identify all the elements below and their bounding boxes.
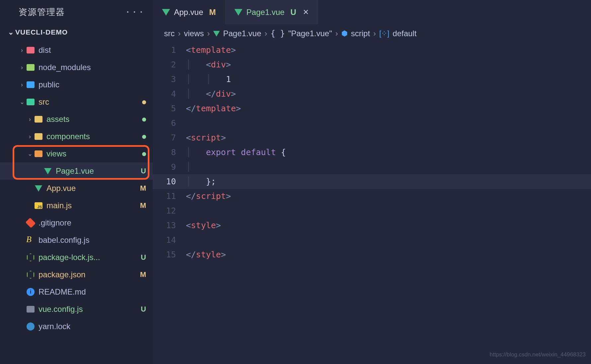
code-editor[interactable]: 1 <template> 2 │ <div> 3 │ │ 1 4 │ </div… [153,43,591,364]
line-number: 5 [153,101,186,116]
tree-label: Page1.vue [56,166,94,176]
code-line[interactable]: 6 [153,116,591,131]
code-line[interactable]: 15 </style> [153,247,591,262]
breadcrumb-item[interactable]: "Page1.vue" [288,29,332,38]
vue-icon [162,9,170,16]
more-icon[interactable]: · · · [127,7,143,17]
tree-folder-src[interactable]: ⌄ src [0,93,153,111]
vue-icon [213,31,220,37]
tree-label: README.md [39,287,86,297]
folder-icon [26,97,35,107]
line-number: 8 [153,145,186,160]
tree-folder-public[interactable]: › public [0,76,153,93]
folder-icon [26,46,35,55]
tree-label: vue.config.js [39,305,83,314]
tree-file-pkglock[interactable]: package-lock.js... U [0,249,153,266]
tree-file-babel[interactable]: B babel.config.js [0,231,153,249]
chevron-down-icon: ⌄ [18,98,26,106]
module-icon: ⬢ [341,29,348,38]
tree-file-app[interactable]: App.vue M [0,180,153,197]
code-line[interactable]: 8 │ export default { [153,145,591,160]
project-row[interactable]: ⌄ VUECLI-DEMO [0,24,153,40]
tree-label: package.json [39,270,85,279]
code-line[interactable]: 7 <script> [153,131,591,145]
tab-page1-vue[interactable]: Page1.vue U ✕ [225,0,318,24]
tree-folder-assets[interactable]: › assets [0,111,153,128]
breadcrumb-item[interactable]: src [164,29,175,38]
close-icon[interactable]: ✕ [303,8,309,17]
braces-icon: { } [271,29,285,38]
code-line[interactable]: 12 [153,204,591,218]
status-badge: M [140,270,146,279]
breadcrumb-item[interactable]: script [351,29,370,38]
chevron-right-icon: › [207,29,210,38]
yarn-icon [26,322,35,331]
tab-title: App.vue [174,8,203,17]
tab-title: Page1.vue [246,8,285,17]
tree-file-pkg[interactable]: package.json M [0,266,153,283]
code-line[interactable]: 1 <template> [153,43,591,57]
code-line-active[interactable]: 10 │ }; [153,174,591,189]
tree-label: .gitignore [39,218,71,228]
tree-label: src [39,97,49,107]
tree-label: package-lock.js... [39,253,100,262]
status-badge: U [141,167,146,175]
chevron-down-icon: ⌄ [26,150,34,157]
line-number: 10 [153,174,186,189]
breadcrumb-item[interactable]: views [184,29,204,38]
line-number: 7 [153,131,186,145]
line-number: 12 [153,204,186,218]
code-line[interactable]: 14 [153,233,591,247]
status-badge: M [140,201,146,210]
code-line[interactable]: 3 │ │ 1 [153,72,591,87]
tree-label: babel.config.js [39,235,89,245]
tree-folder-dist[interactable]: › dist [0,42,153,59]
file-tree: › dist › node_modules › public ⌄ src › a… [0,40,153,335]
chevron-right-icon: › [26,133,34,140]
babel-icon: B [26,235,35,245]
tree-file-vuecfg[interactable]: vue.config.js U [0,301,153,318]
line-number: 4 [153,87,186,101]
chevron-right-icon: › [178,29,181,38]
tree-file-readme[interactable]: i README.md [0,283,153,301]
tree-label: components [46,132,90,141]
tree-file-gitignore[interactable]: .gitignore [0,214,153,231]
tree-folder-components[interactable]: › components [0,128,153,145]
tree-label: dist [39,46,51,55]
md-icon [26,305,35,314]
node-icon [26,253,35,262]
code-line[interactable]: 9 │ [153,160,591,174]
status-dot-icon [142,115,146,124]
tabs-bar: App.vue M Page1.vue U ✕ [153,0,591,24]
breadcrumb-item[interactable]: Page1.vue [223,29,261,38]
line-number: 9 [153,160,186,174]
folder-icon [34,132,43,141]
chevron-right-icon: › [26,116,34,123]
code-line[interactable]: 2 │ <div> [153,57,591,72]
folder-icon [26,80,35,89]
chevron-right-icon: › [335,29,338,38]
tree-label: assets [46,115,69,124]
tree-folder-views[interactable]: ⌄ views [0,145,153,162]
status-badge: M [209,8,216,17]
explorer-header: 资源管理器 · · · [0,0,153,24]
tree-file-page1[interactable]: Page1.vue U [0,162,153,180]
code-line[interactable]: 5 </template> [153,101,591,116]
tree-folder-node-modules[interactable]: › node_modules [0,59,153,76]
tree-label: node_modules [39,63,91,72]
code-line[interactable]: 11 </script> [153,189,591,204]
code-line[interactable]: 13 <style> [153,218,591,233]
tree-file-mainjs[interactable]: JS main.js M [0,197,153,214]
code-line[interactable]: 4 │ </div> [153,87,591,101]
tree-file-yarn[interactable]: yarn.lock [0,318,153,335]
breadcrumb-item[interactable]: default [393,29,417,38]
vue-icon [34,184,43,193]
tab-app-vue[interactable]: App.vue M [153,0,225,24]
info-icon: i [26,287,35,297]
chevron-right-icon: › [265,29,267,38]
variable-icon: [⁘] [379,29,389,38]
js-icon: JS [34,201,43,210]
line-number: 3 [153,72,186,87]
chevron-right-icon: › [18,64,26,71]
status-dot-icon [142,98,146,106]
